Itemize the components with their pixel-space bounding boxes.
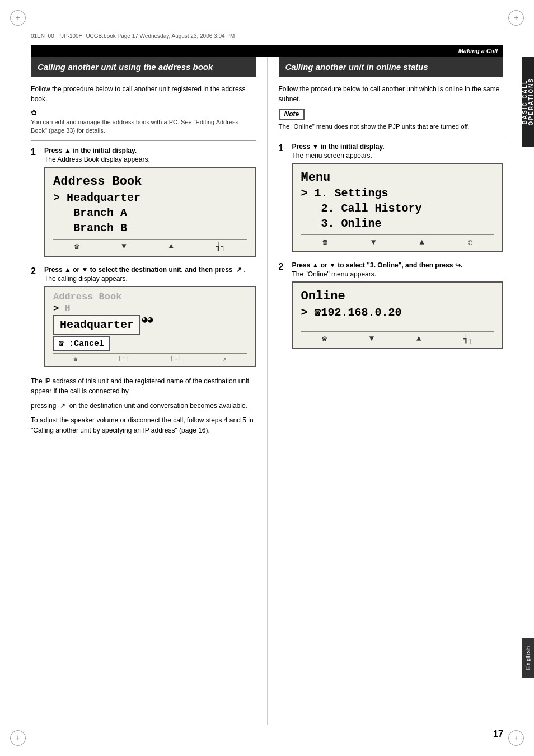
lcd-menu-footer: ☎ ▼ ▲ ⎌ <box>301 234 495 247</box>
right-step-1-content: Press ▼ in the initial display. The menu… <box>292 143 504 257</box>
file-info: 01EN_00_PJP-100H_UCGB.book Page 17 Wedne… <box>31 31 503 39</box>
header-bar: Making a Call <box>31 45 503 57</box>
note-text: The "Online" menu does not show the PJP … <box>279 122 504 131</box>
lcd-menu-btn-up: ▲ <box>420 238 424 247</box>
lcd-line-1: Address Book <box>53 173 247 190</box>
ring-icon: ◕◕ <box>142 314 153 325</box>
lcd-line-3: Branch A <box>53 205 247 220</box>
main-content: Calling another unit using the address b… <box>31 57 503 725</box>
lcd2-btn-connect: ↗ <box>222 355 226 363</box>
right-step-2-content: Press ▲ or ▼ to select "3. Online", and … <box>292 261 504 354</box>
desc-text-2: pressing ↗ on the destination unit and c… <box>31 401 256 411</box>
english-tab-label: English <box>525 646 531 670</box>
lcd2-btn-down: [↓] <box>170 355 181 362</box>
lcd2-headquarter-text: Headquarter <box>60 318 134 331</box>
page-number: 17 <box>493 729 503 739</box>
corner-tr <box>508 10 524 26</box>
sidebar-tab-label: BASIC CALLOPERATIONS <box>522 78 534 125</box>
right-section-title: Calling another unit in online status <box>285 62 497 73</box>
lcd-menu-line3: 2. Call History <box>301 201 495 216</box>
lcd-online-btn-connect: ┪┐ <box>463 334 473 344</box>
step-1-sub: The Address Book display appears. <box>44 156 256 163</box>
note-label: Note <box>284 110 299 118</box>
lcd-btn-phone: ☎ <box>74 242 79 251</box>
sidebar-tab: BASIC CALLOPERATIONS <box>522 57 534 147</box>
lcd-menu-btn-phone: ☎ <box>323 237 327 247</box>
step-1-instruction: Press ▲ in the initial display. <box>44 147 256 154</box>
step-2-number: 2 <box>31 266 44 372</box>
lcd-btn-down: ▼ <box>121 242 126 251</box>
lcd-online-line1: Online <box>301 288 495 305</box>
lcd-online-btn-down: ▼ <box>369 334 374 343</box>
lcd-online-line2: > ☎192.168.0.20 <box>301 305 495 320</box>
lcd-screen-online: Online > ☎192.168.0.20 ☎ ▼ ▲ ┪┐ <box>292 281 504 349</box>
lcd2-hq-faded: H <box>64 303 70 314</box>
lcd-btn-connect: ┪┐ <box>216 242 226 251</box>
step-1-number: 1 <box>31 147 44 261</box>
left-intro-text: Follow the procedure below to call anoth… <box>31 84 256 104</box>
lcd2-cancel-text: ☎ :Cancel <box>59 339 104 349</box>
divider-1 <box>31 140 256 141</box>
right-section-title-box: Calling another unit in online status <box>279 57 504 77</box>
left-section-title-box: Calling another unit using the address b… <box>31 57 256 77</box>
lcd-menu-btn-down: ▼ <box>371 238 376 247</box>
left-column: Calling another unit using the address b… <box>31 57 268 725</box>
corner-bl <box>10 730 26 746</box>
lcd-btn-up: ▲ <box>168 242 173 251</box>
lcd-menu-line4: 3. Online <box>301 216 495 231</box>
step-2-instruction: Press ▲ or ▼ to select the destination u… <box>44 266 256 274</box>
lcd-menu-line2: > 1. Settings <box>301 186 495 201</box>
left-step-1: 1 Press ▲ in the initial display. The Ad… <box>31 147 256 261</box>
lcd-screen-menu: Menu > 1. Settings 2. Call History 3. On… <box>292 163 504 253</box>
right-step-2: 2 Press ▲ or ▼ to select "3. Online", an… <box>279 261 504 354</box>
step-1-content: Press ▲ in the initial display. The Addr… <box>44 147 256 261</box>
right-step-2-number: 2 <box>279 261 292 354</box>
corner-tl <box>10 10 26 26</box>
desc-text-1: The IP address of this unit and the regi… <box>31 376 256 396</box>
file-info-text: 01EN_00_PJP-100H_UCGB.book Page 17 Wedne… <box>31 33 235 39</box>
divider-2 <box>279 137 504 137</box>
lcd-line-2: > Headquarter <box>53 190 247 205</box>
tip-icon: ✿ <box>31 109 256 117</box>
lcd-menu-line1: Menu <box>301 170 495 186</box>
desc-text-3: To adjust the speaker volume or disconne… <box>31 415 256 435</box>
right-column: Calling another unit in online status Fo… <box>268 57 504 725</box>
lcd-menu-btn-back: ⎌ <box>468 238 472 247</box>
note-box: Note <box>279 109 305 120</box>
right-intro-text: Follow the procedure below to call anoth… <box>279 84 504 104</box>
step-2-content: Press ▲ or ▼ to select the destination u… <box>44 266 256 372</box>
lcd2-headquarter-box: Headquarter ◕◕ <box>53 315 140 335</box>
page-number-value: 17 <box>493 729 503 739</box>
right-step-2-sub: The "Online" menu appears. <box>292 270 504 278</box>
lcd-line-4: Branch B <box>53 220 247 236</box>
lcd-online-footer: ☎ ▼ ▲ ┪┐ <box>301 331 495 344</box>
right-step-1-number: 1 <box>279 143 292 257</box>
right-step-2-instruction: Press ▲ or ▼ to select "3. Online", and … <box>292 261 504 269</box>
step-2-sub: The calling display appears. <box>44 275 256 283</box>
lcd2-btn-up: [↑] <box>118 355 129 362</box>
header-title: Making a Call <box>458 48 498 54</box>
right-step-1-instruction: Press ▼ in the initial display. <box>292 143 504 151</box>
lcd-screen-address-book: Address Book > Headquarter Branch A Bran… <box>44 167 256 257</box>
corner-br <box>508 730 524 746</box>
lcd2-arrow: > <box>53 303 64 314</box>
right-step-1: 1 Press ▼ in the initial display. The me… <box>279 143 504 257</box>
lcd-online-btn-up: ▲ <box>416 334 421 343</box>
right-step-1-sub: The menu screen appears. <box>292 152 504 159</box>
tip-text: You can edit and manage the address book… <box>31 118 256 135</box>
left-step-2: 2 Press ▲ or ▼ to select the destination… <box>31 266 256 372</box>
lcd2-btn-phone: ☎ <box>74 355 78 363</box>
english-tab: English <box>522 638 534 678</box>
lcd2-footer: ☎ [↑] [↓] ↗ <box>53 353 247 363</box>
lcd-screen-calling: Address Book > H Headquarter ◕◕ ☎ :Canc <box>44 286 256 367</box>
lcd-footer-1: ☎ ▼ ▲ ┪┐ <box>53 239 247 251</box>
lcd2-cancel-box: ☎ :Cancel <box>53 336 110 351</box>
lcd-online-btn-phone: ☎ <box>322 334 326 344</box>
lcd2-line1: Address Book <box>53 292 247 302</box>
left-section-title: Calling another unit using the address b… <box>38 62 249 73</box>
